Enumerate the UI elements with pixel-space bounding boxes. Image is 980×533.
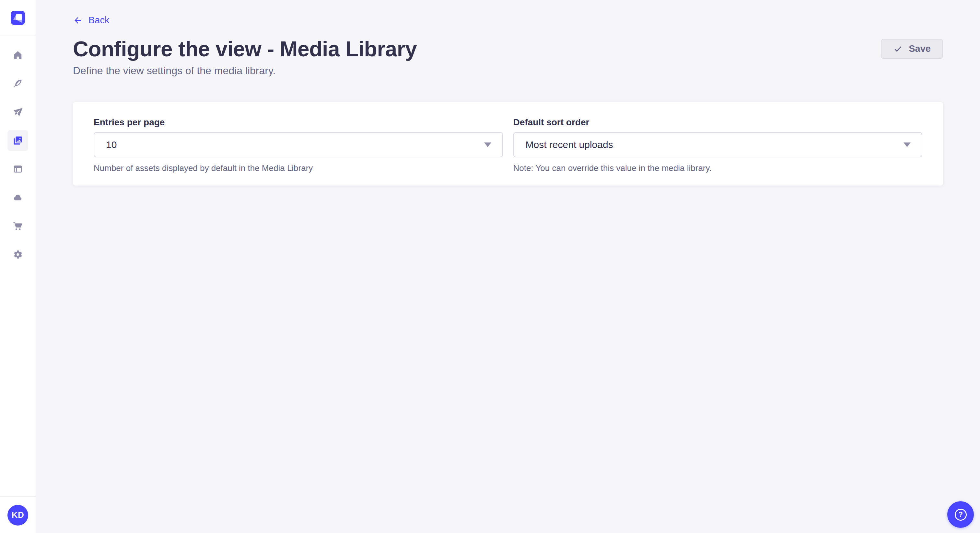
entries-per-page-field: Entries per page 10 Number of assets dis… [94, 117, 503, 173]
check-icon [893, 44, 903, 54]
logo-shape [16, 20, 22, 23]
sidebar-nav [8, 45, 28, 265]
field-label: Entries per page [94, 117, 503, 128]
sidebar-item-marketplace[interactable] [8, 216, 28, 236]
chevron-down-icon [904, 143, 911, 147]
question-mark-icon: ? [955, 509, 967, 521]
logo-shape [13, 14, 16, 20]
sidebar-item-cloud[interactable] [8, 187, 28, 208]
default-sort-order-field: Default sort order Most recent uploads N… [513, 117, 923, 173]
field-label: Default sort order [513, 117, 923, 128]
layout-icon [13, 164, 23, 174]
fields-row: Entries per page 10 Number of assets dis… [94, 117, 922, 173]
save-label: Save [909, 43, 931, 54]
field-hint: Note: You can override this value in the… [513, 163, 923, 173]
default-sort-order-select[interactable]: Most recent uploads [513, 132, 923, 157]
avatar[interactable]: KD [8, 505, 28, 525]
main-content: Back Configure the view - Media Library … [36, 0, 980, 533]
home-icon [13, 50, 23, 60]
page-title: Configure the view - Media Library [73, 38, 417, 60]
sidebar-item-media-library[interactable] [8, 130, 28, 151]
cart-icon [13, 221, 23, 231]
help-button[interactable]: ? [947, 501, 974, 528]
logo-shape [16, 14, 22, 20]
select-value: Most recent uploads [526, 139, 613, 150]
sidebar: KD [0, 0, 36, 533]
chevron-down-icon [484, 143, 491, 147]
paper-plane-icon [13, 107, 23, 117]
sidebar-footer: KD [0, 497, 36, 533]
save-button[interactable]: Save [881, 39, 943, 59]
cloud-icon [13, 193, 23, 202]
settings-card: Entries per page 10 Number of assets dis… [73, 102, 943, 186]
sidebar-item-content[interactable] [8, 73, 28, 94]
gear-icon [13, 250, 23, 259]
sidebar-item-releases[interactable] [8, 102, 28, 122]
select-value: 10 [106, 139, 117, 150]
title-row: Configure the view - Media Library Save [73, 38, 943, 60]
sidebar-item-settings[interactable] [8, 244, 28, 265]
pictures-icon [13, 136, 23, 145]
strapi-logo-icon[interactable] [11, 11, 25, 25]
sidebar-item-home[interactable] [8, 45, 28, 65]
field-hint: Number of assets displayed by default in… [94, 163, 503, 173]
back-link[interactable]: Back [73, 15, 109, 25]
feather-icon [13, 79, 23, 89]
logo-container [0, 0, 36, 36]
sidebar-item-content-type-builder[interactable] [8, 159, 28, 179]
page-subtitle: Define the view settings of the media li… [73, 65, 943, 77]
back-label: Back [89, 15, 109, 25]
arrow-left-icon [73, 16, 83, 25]
entries-per-page-select[interactable]: 10 [94, 132, 503, 157]
